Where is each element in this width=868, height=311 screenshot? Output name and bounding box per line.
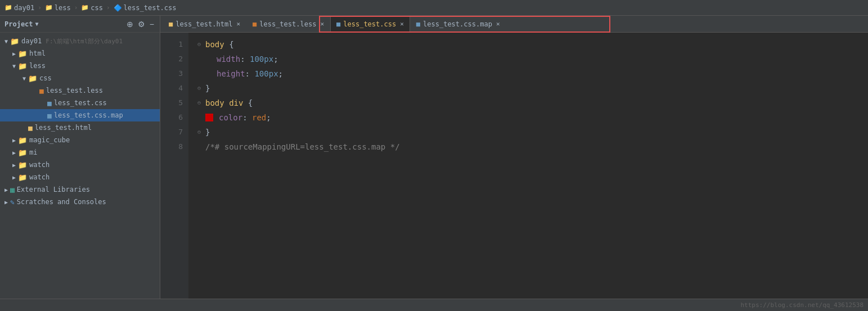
tab-less-test-css-map[interactable]: ■ less_test.css.map ✕ [410,16,506,32]
html-icon: ■ [169,20,173,28]
folder-icon: 📁 [10,37,19,46]
code-semi: ; [266,110,271,125]
html-file-icon: ■ [28,124,33,132]
add-button[interactable]: ⊕ [125,20,134,29]
item-label: watch [29,173,50,181]
breadcrumb-day01[interactable]: 📁 day01 [5,4,34,12]
tab-bar: ■ less_test.html ✕ ■ less_test.less ✕ ■ … [160,16,868,33]
tree-item-other[interactable]: ▶ 📁 watch [0,159,160,171]
folder-icon: 📁 [18,173,27,182]
library-icon: ▦ [10,186,15,194]
tab-bar-container: ■ less_test.html ✕ ■ less_test.less ✕ ■ … [160,16,868,33]
item-label: Scratches and Consoles [17,198,106,206]
sidebar-actions: ⊕ ⚙ − [125,20,155,29]
code-line-7: ⊖ } [197,125,859,139]
less-file-icon: ■ [39,87,44,95]
tab-less-test-html[interactable]: ■ less_test.html ✕ [163,16,246,32]
breadcrumb-sep: › [74,4,78,11]
breadcrumb-file[interactable]: 🔷 less_test.css [114,4,177,12]
breadcrumb-sep: › [38,4,42,11]
watermark-text: https://blog.csdn.net/qq_43612538 [740,301,863,309]
item-label: magic_cube [29,136,70,144]
sidebar-title: Project ▼ [5,20,39,28]
code-editor[interactable]: ⊖ body { width : 100px ; hei [188,33,868,299]
dropdown-arrow[interactable]: ▼ [35,21,39,27]
code-brace: { [224,37,234,52]
item-label: less [29,62,46,70]
tree-item-watch[interactable]: ▶ 📁 watch [0,171,160,183]
tree-root[interactable]: ▼ 📁 day01 F:\前端\html部分\day01 [0,35,160,47]
arrow: ▶ [10,174,18,181]
close-icon[interactable]: ✕ [236,20,240,28]
code-semi: ; [278,66,283,81]
map-icon: ■ [416,20,420,28]
tree-item-less-test-css[interactable]: ■ less_test.css [0,97,160,109]
arrow: ▼ [20,75,28,82]
line-num: 3 [160,66,183,81]
tab-less-test-less[interactable]: ■ less_test.less ✕ [246,16,330,32]
item-label: html [29,49,46,57]
code-selector: body [205,37,224,52]
tree-item-less-test-css-map[interactable]: ■ less_test.css.map [0,109,160,121]
code-line-5: ⊖ body div { [197,96,859,110]
line-num: 8 [160,139,183,154]
code-val: 100px [250,52,273,66]
item-label: mi [29,148,37,156]
breadcrumb-less[interactable]: 📁 less [45,4,71,12]
breadcrumb-label: day01 [14,4,34,12]
code-val: 100px [254,66,278,81]
minimize-button[interactable]: − [149,20,155,29]
tree-item-scratches[interactable]: ▶ ✎ Scratches and Consoles [0,196,160,208]
tree-item-mi[interactable]: ▶ 📁 mi [0,146,160,159]
close-icon[interactable]: ✕ [496,20,500,28]
file-tree: ▼ 📁 day01 F:\前端\html部分\day01 ▶ 📁 html ▼ … [0,33,160,299]
tree-item-html[interactable]: ▶ 📁 html [0,47,160,60]
fold-icon: ⊖ [197,96,203,110]
tab-label: less_test.less [259,20,316,28]
tree-item-css[interactable]: ▼ 📁 css [0,72,160,84]
item-label: less_test.less [46,87,103,94]
tree-item-magic-cube[interactable]: ▶ 📁 magic_cube [0,134,160,146]
breadcrumb-css[interactable]: 📁 css [81,4,103,12]
close-icon[interactable]: ✕ [320,20,324,28]
breadcrumb-label: less_test.css [124,4,177,12]
tree-item-less[interactable]: ▼ 📁 less [0,60,160,72]
arrow [32,88,39,94]
settings-button[interactable]: ⚙ [137,20,146,29]
arrow [20,125,28,131]
tree-item-external-libs[interactable]: ▶ ▦ External Libraries [0,183,160,196]
line-num: 1 [160,37,183,52]
code-colon: : [245,66,255,81]
arrow [39,112,47,119]
code-comment: /*# sourceMappingURL=less_test.css.map *… [205,139,400,154]
code-brace: } [205,125,210,139]
code-prop: width [217,52,240,66]
arrow: ▼ [10,63,18,69]
item-label: watch [29,161,50,169]
main-area: Project ▼ ⊕ ⚙ − ▼ 📁 day01 F:\前端\html部分\d… [0,16,868,299]
arrow: ▶ [10,51,18,57]
tree-item-less-test-less[interactable]: ■ less_test.less [0,84,160,97]
breadcrumb-bar: 📁 day01 › 📁 less › 📁 css › 🔷 less_test.c… [0,0,868,16]
tab-label: less_test.css [343,20,396,28]
folder-icon: 📁 [28,74,37,83]
sidebar-header: Project ▼ ⊕ ⚙ − [0,16,160,33]
code-line-8: /*# sourceMappingURL=less_test.css.map *… [197,139,859,154]
item-label: External Libraries [17,186,90,193]
item-label: css [39,74,52,82]
tab-less-test-css[interactable]: ■ less_test.css ✕ [330,16,410,32]
editor-content[interactable]: 1 2 3 4 5 6 7 8 ⊖ body { [160,33,868,299]
code-val: red [252,110,266,125]
arrow: ▶ [10,162,18,168]
arrow: ▶ [10,137,18,143]
code-line-4: ⊖ } [197,81,859,96]
folder-icon: 📁 [5,4,12,11]
root-label: day01 [21,37,46,45]
fold-icon [197,110,203,125]
root-path: F:\前端\html部分\day01 [46,37,123,46]
close-icon[interactable]: ✕ [400,20,404,28]
fold-icon [197,52,203,66]
less-icon: ■ [253,20,257,28]
folder-icon: 📁 [18,136,27,145]
tree-item-less-test-html[interactable]: ■ less_test.html [0,121,160,134]
